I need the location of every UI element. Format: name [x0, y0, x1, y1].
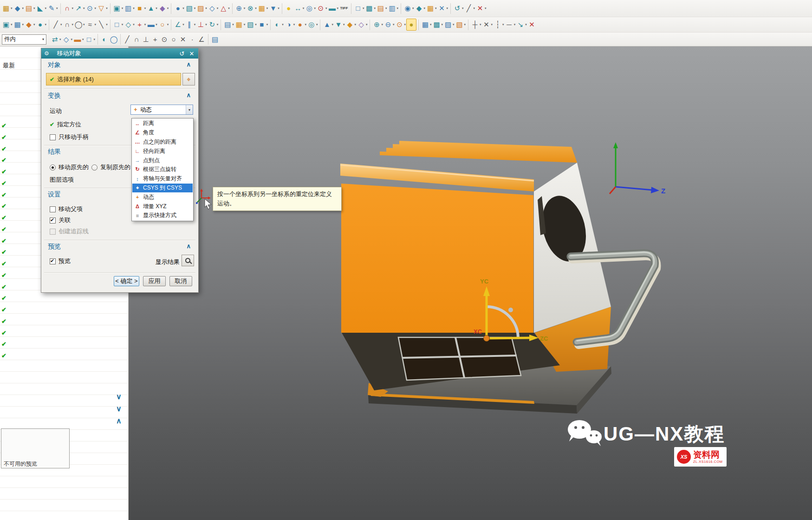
cad-tool-icon[interactable]: ✕▾ [437, 2, 449, 14]
select-object-field[interactable]: ✔ 选择对象 (14) [46, 73, 181, 86]
link-icon[interactable]: ⇄▾ [50, 33, 62, 46]
cad-tool-icon[interactable]: ┼▾ [470, 19, 482, 31]
specify-orientation-row[interactable]: ✔ 指定方位 [50, 120, 81, 129]
cad-tool-icon[interactable]: ∩▾ [63, 19, 74, 31]
snap-mid-icon[interactable]: + [150, 33, 160, 46]
cad-tool-icon[interactable]: ▩▾ [364, 2, 376, 14]
cad-tool-icon[interactable]: ▥▾ [387, 2, 399, 14]
cad-tool-icon[interactable]: ▧▾ [185, 2, 196, 14]
move-parent-checkbox[interactable]: 移动父项 [50, 205, 83, 213]
cad-tool-icon[interactable]: ▣▾ [112, 2, 124, 14]
cad-tool-icon[interactable]: ▽▾ [97, 2, 108, 14]
cad-tool-icon[interactable]: ╱▾ [464, 2, 476, 14]
section-object-title[interactable]: 对象 [48, 61, 61, 69]
motion-option[interactable]: ↔距离 [132, 119, 193, 128]
cad-tool-icon[interactable]: □▾ [112, 19, 124, 31]
preview-checkbox[interactable]: 预览 [50, 257, 71, 265]
cad-tool-icon[interactable]: ▼▾ [268, 2, 280, 14]
cad-tool-icon[interactable]: ↔▾ [293, 2, 305, 14]
snap-arc-icon[interactable]: ∩ [132, 33, 141, 46]
cad-tool-icon[interactable]: ∠▾ [173, 19, 185, 31]
cad-tool-icon[interactable]: ✕▾ [475, 2, 487, 14]
highlight-icon[interactable]: ● [406, 19, 416, 31]
triad-origin-handle[interactable] [484, 336, 490, 342]
dialog-reset-button[interactable]: ↺ [178, 50, 186, 57]
chevron-up-icon[interactable]: ∧ [186, 61, 191, 68]
cad-tool-icon[interactable]: ─▾ [505, 19, 516, 31]
cad-tool-icon[interactable]: ▲▾ [146, 2, 158, 14]
cad-tool-icon[interactable]: ↺▾ [453, 2, 464, 14]
cad-tool-icon[interactable]: ▩▾ [432, 19, 444, 31]
radio[interactable] [91, 165, 97, 171]
copy-original-radio[interactable]: 复制原先的 [91, 163, 130, 171]
motion-combo[interactable]: + 动态 ▾ [130, 105, 193, 115]
cad-tool-icon[interactable]: ◑▾ [284, 19, 296, 31]
cad-tool-icon[interactable]: ▥▾ [123, 2, 135, 14]
cad-tool-icon[interactable]: ≈▾ [85, 19, 97, 31]
cad-tool-icon[interactable]: ▬▾ [327, 2, 339, 14]
cad-tool-icon[interactable]: ◐▾ [273, 19, 284, 31]
model-roof[interactable] [380, 141, 577, 163]
cad-tool-icon[interactable]: ◇▾ [357, 19, 368, 31]
cad-tool-icon[interactable]: ◇▾ [208, 2, 219, 14]
cad-tool-icon[interactable]: ▤▾ [223, 19, 234, 31]
cad-tool-icon[interactable]: ✕ [527, 19, 537, 31]
cad-tool-icon[interactable]: ▦▾ [1, 2, 13, 14]
cad-tool-icon[interactable]: ▦▾ [257, 2, 269, 14]
show-result-button[interactable] [182, 255, 194, 266]
cad-tool-icon[interactable]: ⊙▾ [316, 2, 328, 14]
motion-option[interactable]: ∟径向距离 [132, 146, 193, 156]
apply-button[interactable]: 应用 [143, 276, 166, 286]
select-rect-icon[interactable]: □▾ [84, 33, 96, 46]
cad-tool-icon[interactable]: ■▾ [257, 19, 269, 31]
tiff-export-icon[interactable]: TIFF [339, 2, 349, 14]
model-side-face[interactable] [534, 163, 611, 333]
motion-option[interactable]: ⌖CSYS 到 CSYS [132, 184, 193, 193]
view-orientation-triad[interactable]: Z [610, 142, 665, 195]
cad-tool-icon[interactable]: ▤▾ [376, 2, 388, 14]
cad-tool-icon[interactable]: ●▾ [173, 2, 185, 14]
snap-angle-icon[interactable]: ∠ [197, 33, 206, 46]
cad-tool-icon[interactable]: ⊕▾ [234, 2, 246, 14]
wireframe-icon[interactable]: ◯ [109, 33, 118, 46]
combo-arrow-button[interactable]: ▾ [186, 105, 193, 114]
cad-tool-icon[interactable]: ▬▾ [146, 19, 158, 31]
cad-tool-icon[interactable]: ↗▾ [74, 2, 85, 14]
cad-tool-icon[interactable]: ◯▾ [74, 19, 85, 31]
cad-tool-icon[interactable]: ∥▾ [185, 19, 196, 31]
panel-chevron-icon[interactable]: ∨ [116, 392, 122, 401]
snap-quad-icon[interactable]: ○ [169, 33, 178, 46]
panel-chevron-icon[interactable]: ∧ [116, 416, 122, 425]
cad-tool-icon[interactable]: ◆▾ [24, 19, 36, 31]
checkbox[interactable] [50, 134, 56, 140]
motion-option[interactable]: Δ增量 XYZ [132, 202, 193, 211]
snap-line-icon[interactable]: ╱ [123, 33, 132, 46]
filter-icon[interactable]: ◇▾ [62, 33, 73, 46]
cad-tool-icon[interactable]: ◣▾ [36, 2, 47, 14]
cad-tool-icon[interactable]: ┆▾ [493, 19, 505, 31]
section-preview-title[interactable]: 预览 [48, 243, 61, 251]
motion-option[interactable]: ↕将轴与矢量对齐 [132, 174, 193, 184]
lamp-icon[interactable]: ● [284, 2, 293, 14]
motion-option[interactable]: …点之间的距离 [132, 138, 193, 147]
cad-tool-icon[interactable]: ✎▾ [47, 2, 58, 14]
dialog-close-button[interactable]: ✕ [188, 50, 195, 57]
section-result-title[interactable]: 结果 [48, 148, 61, 156]
list-icon[interactable]: ▤ [210, 33, 220, 46]
cad-tool-icon[interactable]: ⊕▾ [372, 19, 383, 31]
cad-tool-icon[interactable]: ▦▾ [426, 2, 437, 14]
panel-chevron-icon[interactable]: ∨ [116, 404, 122, 413]
cad-tool-icon[interactable]: ●▾ [36, 19, 47, 31]
cad-tool-icon[interactable]: ◆▾ [415, 2, 426, 14]
snap-intersect-icon[interactable]: ✕ [178, 33, 188, 46]
dialog-titlebar[interactable]: ⚙ 移动对象 ↺ ✕ [41, 48, 198, 59]
cad-tool-icon[interactable]: ▧▾ [455, 19, 467, 31]
cad-tool-icon[interactable]: ▦▾ [13, 19, 25, 31]
cad-tool-icon[interactable]: ⊙▾ [85, 2, 97, 14]
plane-icon[interactable]: ▬▾ [73, 33, 84, 46]
checkbox-checked[interactable] [50, 258, 56, 264]
cancel-button[interactable]: 取消 [169, 276, 192, 286]
move-handles-only-checkbox[interactable]: 只移动手柄 [50, 133, 89, 141]
cad-tool-icon[interactable]: ✕▾ [482, 19, 494, 31]
cad-tool-icon[interactable]: ◉▾ [403, 2, 415, 14]
